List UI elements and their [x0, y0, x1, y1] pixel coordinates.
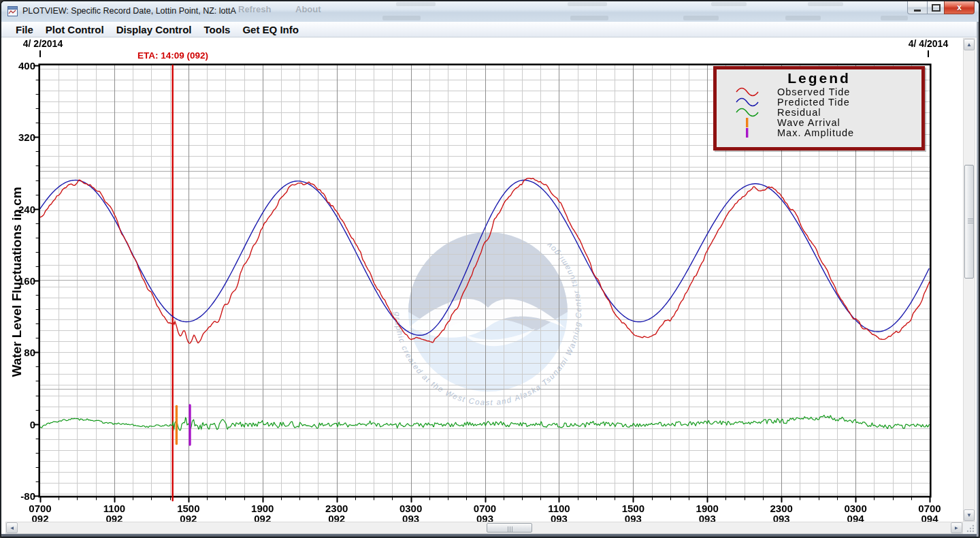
- menu-item-display-control[interactable]: Display Control: [110, 24, 198, 35]
- minimize-icon: [914, 10, 921, 12]
- legend-label: Max. Amplitude: [777, 127, 854, 138]
- thumb-grip: [968, 223, 973, 223]
- arrow-right-icon: ▲: [953, 525, 960, 531]
- title-bar[interactable]: PLOTVIEW: Specific Record Date, Lottin P…: [1, 1, 979, 22]
- legend-row: Observed Tide: [717, 86, 921, 97]
- window-frame-right: [977, 22, 980, 538]
- legend-label: Predicted Tide: [777, 97, 850, 108]
- date-label-right: 4/ 4/2014: [894, 38, 962, 49]
- legend-rows: Observed TidePredicted TideResidualWave …: [717, 86, 921, 138]
- legend-label: Wave Arrival: [777, 117, 840, 128]
- menu-item-get-eq-info[interactable]: Get EQ Info: [236, 24, 305, 35]
- ghost-artifact: [711, 2, 747, 6]
- bar-swatch-icon: [717, 117, 759, 128]
- ghost-artifact: [568, 2, 607, 6]
- vertical-scroll-thumb[interactable]: [964, 165, 974, 279]
- y-tick-label: 240: [1, 204, 35, 215]
- maximize-button[interactable]: [927, 1, 945, 14]
- legend-row: Residual: [717, 107, 921, 117]
- resize-grip[interactable]: [963, 522, 977, 534]
- date-tick-left: [39, 50, 41, 57]
- y-tick-label: 80: [1, 347, 35, 358]
- x-tick-label: 0300093: [389, 503, 433, 524]
- x-tick-label: 2300092: [315, 503, 359, 524]
- window-frame-bottom: [1, 534, 979, 538]
- x-tick-label: 1100093: [537, 503, 581, 524]
- x-tick-label: 2300093: [760, 503, 803, 524]
- thumb-grip: [510, 526, 510, 532]
- close-button[interactable]: x: [944, 1, 975, 14]
- vertical-scrollbar[interactable]: ▲ ▼: [963, 38, 975, 522]
- ghost-menu-about: About: [295, 4, 321, 14]
- ghost-menu-refresh: Refresh: [238, 4, 271, 14]
- menu-item-file[interactable]: File: [10, 24, 39, 35]
- y-tick-label: 0: [1, 419, 35, 430]
- x-tick-label: 1900092: [241, 503, 284, 524]
- x-tick-label: 0700094: [908, 503, 951, 524]
- minimize-button[interactable]: [907, 1, 928, 14]
- eta-label: ETA: 14:09 (092): [125, 50, 220, 61]
- horizontal-scroll-thumb[interactable]: [487, 523, 532, 533]
- ghost-artifact: [570, 16, 608, 20]
- x-tick-label: 0700093: [463, 503, 507, 524]
- horizontal-scrollbar[interactable]: ▲ ▲: [5, 522, 963, 534]
- scroll-right-button[interactable]: ▲: [951, 522, 962, 533]
- legend-label: Observed Tide: [777, 86, 850, 97]
- legend-row: Predicted Tide: [717, 97, 921, 107]
- maximize-icon: [932, 4, 941, 12]
- thumb-grip: [508, 526, 508, 532]
- x-tick-label: 1100092: [93, 503, 136, 524]
- scroll-left-button[interactable]: ▲: [6, 522, 18, 533]
- legend-label: Residual: [777, 107, 821, 118]
- thumb-grip: [512, 526, 512, 532]
- date-label-left: 4/ 2/2014: [9, 38, 77, 49]
- arrow-left-icon: ▲: [9, 525, 15, 531]
- sine-swatch-icon: [717, 97, 759, 107]
- app-window: PLOTVIEW: Specific Record Date, Lottin P…: [0, 0, 980, 538]
- arrow-up-icon: ▲: [966, 42, 972, 48]
- menu-item-tools[interactable]: Tools: [198, 24, 237, 35]
- ghost-artifact: [785, 16, 821, 20]
- x-tick-label: 1500092: [167, 503, 210, 524]
- date-tick-right: [928, 50, 929, 57]
- ghost-artifact: [808, 2, 843, 6]
- sine-swatch-icon: [717, 87, 759, 97]
- menu-bar: FilePlot ControlDisplay ControlToolsGet …: [1, 22, 979, 37]
- scroll-up-button[interactable]: ▲: [964, 39, 975, 50]
- y-tick-label: 160: [1, 275, 35, 287]
- ghost-artifact: [396, 2, 436, 6]
- menu-item-plot-control[interactable]: Plot Control: [39, 24, 110, 35]
- scroll-down-button[interactable]: ▼: [964, 509, 975, 521]
- arrow-down-icon: ▼: [966, 512, 972, 518]
- thumb-grip: [968, 219, 973, 219]
- legend-box: Legend Observed TidePredicted TideResidu…: [713, 66, 925, 151]
- ghost-artifact: [382, 16, 421, 20]
- legend-row: Max. Amplitude: [717, 128, 921, 138]
- x-tick-label: 0300094: [834, 503, 877, 524]
- app-icon: [7, 6, 18, 16]
- window-title: PLOTVIEW: Specific Record Date, Lottin P…: [22, 6, 236, 16]
- legend-row: Wave Arrival: [717, 118, 921, 128]
- x-tick-label: 1900093: [685, 503, 729, 524]
- y-tick-label: 400: [1, 60, 35, 72]
- ghost-artifact: [683, 16, 719, 20]
- y-tick-label: -80: [1, 490, 35, 502]
- x-tick-label: 1500093: [611, 503, 655, 524]
- resize-grip-icon: [963, 522, 977, 534]
- x-tick-label: 0700092: [18, 503, 62, 524]
- sine-swatch-icon: [717, 108, 759, 117]
- thumb-grip: [968, 221, 973, 221]
- chart-content: graphic created at the West Coast and Al…: [1, 37, 962, 522]
- ghost-artifact: [881, 16, 908, 20]
- bar-swatch-icon: [717, 127, 759, 138]
- close-icon: x: [957, 3, 962, 12]
- legend-title: Legend: [717, 70, 921, 86]
- y-tick-label: 320: [1, 131, 35, 143]
